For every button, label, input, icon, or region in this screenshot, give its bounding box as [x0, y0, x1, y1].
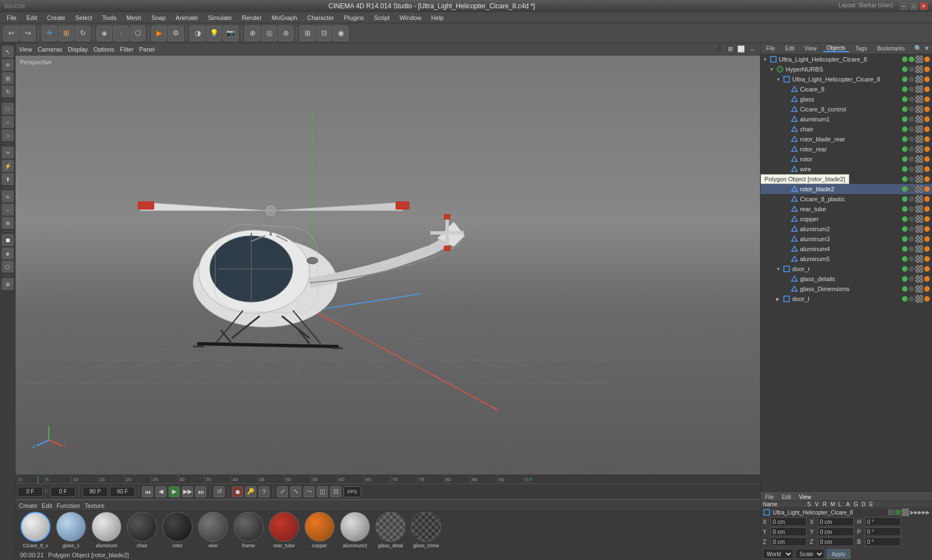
rotate-tool[interactable]: ↻: [2, 85, 14, 98]
door-r-expand[interactable]: [776, 266, 783, 272]
edge-mode-button[interactable]: ⬡: [130, 26, 145, 41]
render-button[interactable]: ▶: [151, 26, 167, 41]
playback-end-field[interactable]: [110, 487, 135, 497]
menu-character[interactable]: Character: [303, 13, 338, 22]
obj-row-al5[interactable]: aluminum5: [761, 254, 932, 264]
material-glass-detail[interactable]: glass_detai: [374, 512, 407, 548]
obj-row-chair[interactable]: chair: [761, 124, 932, 134]
obj-header-tags[interactable]: Tags: [852, 45, 870, 52]
point-mode-button[interactable]: ·: [113, 26, 129, 41]
material-rotor[interactable]: rotor: [161, 512, 194, 548]
z-rot-field[interactable]: [818, 537, 854, 546]
menu-mograph[interactable]: MoGraph: [267, 13, 302, 22]
dl-tag[interactable]: [924, 296, 930, 302]
camera-button[interactable]: 📷: [223, 26, 239, 41]
knife-tool[interactable]: ⚔: [2, 190, 14, 202]
rbr-mat[interactable]: [915, 135, 923, 143]
obj-row-al1[interactable]: aluminum1: [761, 114, 932, 124]
menu-help[interactable]: Help: [427, 13, 448, 22]
minimize-button[interactable]: ─: [900, 2, 908, 10]
al4-tag[interactable]: [924, 246, 930, 252]
menu-render[interactable]: Render: [237, 13, 266, 22]
timeline[interactable]: 0 5 10 15 20 25 30 35 40 45 50 55 60 65 …: [16, 475, 760, 483]
display-menu-item[interactable]: Display: [68, 46, 88, 53]
rotate-playback[interactable]: ⤳: [303, 486, 315, 497]
end-frame-field[interactable]: [83, 487, 108, 497]
obj-header-bookmarks[interactable]: Bookmarks: [874, 45, 908, 52]
obj-row-c8plastic[interactable]: Cicare_8_plastic: [761, 194, 932, 204]
dissolve-tool[interactable]: ⊗: [2, 217, 14, 229]
gl-vis[interactable]: [902, 96, 908, 102]
rot-tag[interactable]: [924, 156, 930, 162]
c8c-tag[interactable]: [924, 106, 930, 112]
hn-render[interactable]: [909, 67, 914, 72]
attr-view-tab[interactable]: View: [797, 494, 813, 500]
viewport-icon-1[interactable]: ⬛: [715, 45, 723, 54]
al1-render[interactable]: [909, 116, 914, 122]
c8p-tag[interactable]: [924, 196, 930, 202]
so-more-icons[interactable]: ▶▶▶▶▶: [910, 510, 930, 515]
z-pos-field[interactable]: [771, 537, 807, 546]
al1-mat[interactable]: [915, 115, 923, 123]
menu-plugins[interactable]: Plugins: [340, 13, 368, 22]
al3-tag[interactable]: [924, 236, 930, 242]
glasses-button[interactable]: ◉: [333, 26, 348, 41]
ulc-vis[interactable]: [902, 77, 908, 82]
menu-mesh[interactable]: Mesh: [122, 13, 146, 22]
obj-header-search[interactable]: 🔍: [914, 45, 922, 52]
c8c-vis[interactable]: [902, 106, 908, 112]
options-menu-item[interactable]: Options: [93, 46, 114, 53]
gdim-mat[interactable]: [915, 285, 923, 293]
bridge[interactable]: ⚡: [2, 160, 14, 172]
obj-row-rotor-blade-rear[interactable]: rotor_blade_rear: [761, 134, 932, 144]
material-button[interactable]: ◑: [190, 26, 205, 41]
viewport-icon-2[interactable]: ⊞: [726, 45, 735, 54]
al3-render[interactable]: [909, 236, 914, 242]
ulc-mat[interactable]: [915, 75, 923, 83]
obj-row-cicare8[interactable]: Cicare_8: [761, 84, 932, 94]
ch-render[interactable]: [909, 126, 914, 132]
rbr-render[interactable]: [909, 136, 914, 142]
dr-mat[interactable]: [915, 265, 923, 273]
c8-mat[interactable]: [915, 85, 923, 93]
scale-dropdown[interactable]: Scale: [796, 549, 824, 559]
ch-tag[interactable]: [924, 126, 930, 132]
ch-vis[interactable]: [902, 126, 908, 132]
wr-mat[interactable]: [915, 165, 923, 173]
lights-button[interactable]: 💡: [206, 26, 222, 41]
rr-render[interactable]: [909, 146, 914, 152]
obj-row-door-l[interactable]: door_l: [761, 294, 932, 304]
obj-row-ul-child[interactable]: Ultra_Light_Helicopter_Cicare_8: [761, 74, 932, 84]
al5-render[interactable]: [909, 256, 914, 262]
obj-row-glass[interactable]: glass: [761, 94, 932, 104]
mat-texture[interactable]: Texture: [84, 502, 104, 509]
viewport-icon-4[interactable]: –: [748, 45, 757, 54]
rt-render[interactable]: [909, 206, 914, 212]
menu-tools[interactable]: Tools: [98, 13, 121, 22]
obj-row-rb2[interactable]: rotor_blade2 Polygon Object [rotor_blade…: [761, 184, 932, 194]
c8c-render[interactable]: [909, 106, 914, 112]
wr-vis[interactable]: [902, 166, 908, 172]
magnet-tool[interactable]: 🔲: [2, 234, 14, 246]
al4-mat[interactable]: [915, 245, 923, 253]
menu-window[interactable]: Window: [395, 13, 426, 22]
current-frame-field[interactable]: [18, 487, 43, 497]
rot-mat[interactable]: [915, 155, 923, 163]
go-end-button[interactable]: ⏭: [195, 486, 206, 497]
panel-menu-item[interactable]: Panel: [139, 46, 155, 53]
mat-function[interactable]: Function: [57, 502, 80, 509]
y-pos-field[interactable]: [771, 527, 807, 536]
material-aluminum[interactable]: aluminum: [90, 512, 123, 548]
view-menu-item[interactable]: View: [19, 46, 32, 53]
al1-tag[interactable]: [924, 116, 930, 122]
ul-child-expand[interactable]: [776, 77, 783, 82]
loop-button[interactable]: ↺: [214, 486, 225, 497]
obj-row-wire[interactable]: wire: [761, 164, 932, 174]
root-expand[interactable]: [763, 57, 769, 62]
render-settings-button[interactable]: ⚙: [168, 26, 184, 41]
param-playback[interactable]: ◫: [317, 486, 328, 497]
rb1-vis[interactable]: [902, 176, 908, 182]
cu-tag[interactable]: [924, 216, 930, 222]
select-tool[interactable]: ↖: [2, 45, 14, 58]
so-icon-1[interactable]: [888, 510, 894, 515]
